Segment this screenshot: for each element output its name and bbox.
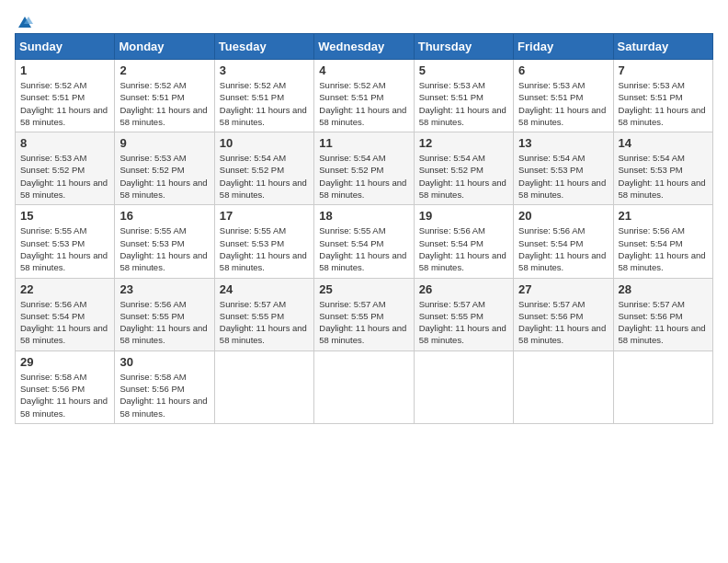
calendar-cell: 30 Sunrise: 5:58 AMSunset: 5:56 PMDaylig…: [115, 350, 214, 423]
day-info: Sunrise: 5:52 AMSunset: 5:51 PMDaylight:…: [220, 80, 307, 127]
day-info: Sunrise: 5:53 AMSunset: 5:51 PMDaylight:…: [419, 80, 506, 127]
day-number: 29: [20, 355, 109, 369]
calendar-cell: 25 Sunrise: 5:57 AMSunset: 5:55 PMDaylig…: [314, 278, 414, 350]
day-number: 5: [419, 63, 508, 77]
day-number: 21: [619, 209, 708, 223]
day-number: 22: [20, 282, 109, 296]
day-info: Sunrise: 5:56 AMSunset: 5:54 PMDaylight:…: [20, 299, 108, 346]
day-info: Sunrise: 5:56 AMSunset: 5:54 PMDaylight:…: [619, 225, 706, 272]
day-number: 27: [518, 282, 608, 296]
calendar: SundayMondayTuesdayWednesdayThursdayFrid…: [15, 33, 713, 424]
day-number: 16: [119, 209, 209, 223]
day-number: 9: [119, 136, 209, 150]
day-info: Sunrise: 5:55 AMSunset: 5:53 PMDaylight:…: [220, 225, 307, 272]
day-number: 4: [319, 63, 408, 77]
weekday-header: Wednesday: [314, 34, 414, 60]
day-info: Sunrise: 5:52 AMSunset: 5:51 PMDaylight:…: [20, 80, 108, 127]
weekday-header-row: SundayMondayTuesdayWednesdayThursdayFrid…: [16, 34, 713, 60]
calendar-week-row: 1 Sunrise: 5:52 AMSunset: 5:51 PMDayligh…: [16, 60, 713, 132]
day-number: 13: [518, 136, 608, 150]
weekday-header: Saturday: [613, 34, 712, 60]
calendar-cell: 26 Sunrise: 5:57 AMSunset: 5:55 PMDaylig…: [414, 278, 513, 350]
calendar-cell: 18 Sunrise: 5:55 AMSunset: 5:54 PMDaylig…: [314, 205, 414, 278]
day-info: Sunrise: 5:52 AMSunset: 5:51 PMDaylight:…: [119, 80, 207, 127]
day-number: 12: [419, 136, 508, 150]
calendar-cell: [314, 350, 414, 423]
calendar-cell: 9 Sunrise: 5:53 AMSunset: 5:52 PMDayligh…: [115, 132, 214, 205]
calendar-cell: 11 Sunrise: 5:54 AMSunset: 5:52 PMDaylig…: [314, 132, 414, 205]
day-number: 10: [220, 136, 309, 150]
day-info: Sunrise: 5:54 AMSunset: 5:53 PMDaylight:…: [518, 153, 606, 200]
day-number: 17: [220, 209, 309, 223]
calendar-cell: 27 Sunrise: 5:57 AMSunset: 5:56 PMDaylig…: [514, 278, 613, 350]
day-info: Sunrise: 5:57 AMSunset: 5:56 PMDaylight:…: [518, 299, 606, 346]
calendar-cell: 28 Sunrise: 5:57 AMSunset: 5:56 PMDaylig…: [613, 278, 712, 350]
calendar-cell: 23 Sunrise: 5:56 AMSunset: 5:55 PMDaylig…: [115, 278, 214, 350]
day-info: Sunrise: 5:54 AMSunset: 5:53 PMDaylight:…: [619, 153, 706, 200]
day-number: 15: [20, 209, 109, 223]
day-info: Sunrise: 5:53 AMSunset: 5:52 PMDaylight:…: [20, 153, 108, 200]
day-info: Sunrise: 5:54 AMSunset: 5:52 PMDaylight:…: [419, 153, 506, 200]
day-info: Sunrise: 5:57 AMSunset: 5:55 PMDaylight:…: [319, 299, 406, 346]
header: [15, 15, 713, 26]
day-number: 26: [419, 282, 508, 296]
day-number: 25: [319, 282, 408, 296]
calendar-cell: 1 Sunrise: 5:52 AMSunset: 5:51 PMDayligh…: [16, 60, 115, 132]
calendar-cell: 14 Sunrise: 5:54 AMSunset: 5:53 PMDaylig…: [613, 132, 712, 205]
calendar-cell: 21 Sunrise: 5:56 AMSunset: 5:54 PMDaylig…: [613, 205, 712, 278]
weekday-header: Tuesday: [214, 34, 313, 60]
calendar-cell: 2 Sunrise: 5:52 AMSunset: 5:51 PMDayligh…: [115, 60, 214, 132]
day-info: Sunrise: 5:54 AMSunset: 5:52 PMDaylight:…: [220, 153, 307, 200]
calendar-cell: [214, 350, 313, 423]
calendar-week-row: 22 Sunrise: 5:56 AMSunset: 5:54 PMDaylig…: [16, 278, 713, 350]
day-number: 30: [119, 355, 209, 369]
calendar-cell: 22 Sunrise: 5:56 AMSunset: 5:54 PMDaylig…: [16, 278, 115, 350]
calendar-cell: 29 Sunrise: 5:58 AMSunset: 5:56 PMDaylig…: [16, 350, 115, 423]
day-info: Sunrise: 5:53 AMSunset: 5:52 PMDaylight:…: [119, 153, 207, 200]
day-number: 18: [319, 209, 408, 223]
calendar-cell: [613, 350, 712, 423]
calendar-cell: 16 Sunrise: 5:55 AMSunset: 5:53 PMDaylig…: [115, 205, 214, 278]
calendar-cell: 6 Sunrise: 5:53 AMSunset: 5:51 PMDayligh…: [514, 60, 613, 132]
day-number: 19: [419, 209, 508, 223]
calendar-cell: 24 Sunrise: 5:57 AMSunset: 5:55 PMDaylig…: [214, 278, 313, 350]
day-number: 23: [119, 282, 209, 296]
day-info: Sunrise: 5:56 AMSunset: 5:54 PMDaylight:…: [419, 225, 506, 272]
calendar-cell: 19 Sunrise: 5:56 AMSunset: 5:54 PMDaylig…: [414, 205, 513, 278]
calendar-week-row: 29 Sunrise: 5:58 AMSunset: 5:56 PMDaylig…: [16, 350, 713, 423]
weekday-header: Sunday: [16, 34, 115, 60]
day-info: Sunrise: 5:53 AMSunset: 5:51 PMDaylight:…: [518, 80, 606, 127]
day-number: 14: [619, 136, 708, 150]
calendar-cell: [514, 350, 613, 423]
weekday-header: Friday: [514, 34, 613, 60]
day-number: 8: [20, 136, 109, 150]
calendar-cell: 5 Sunrise: 5:53 AMSunset: 5:51 PMDayligh…: [414, 60, 513, 132]
day-number: 7: [619, 63, 708, 77]
day-info: Sunrise: 5:58 AMSunset: 5:56 PMDaylight:…: [20, 372, 108, 419]
calendar-cell: 13 Sunrise: 5:54 AMSunset: 5:53 PMDaylig…: [514, 132, 613, 205]
calendar-cell: 8 Sunrise: 5:53 AMSunset: 5:52 PMDayligh…: [16, 132, 115, 205]
day-number: 20: [518, 209, 608, 223]
day-info: Sunrise: 5:57 AMSunset: 5:55 PMDaylight:…: [419, 299, 506, 346]
day-info: Sunrise: 5:57 AMSunset: 5:56 PMDaylight:…: [619, 299, 706, 346]
calendar-cell: [414, 350, 513, 423]
calendar-cell: 10 Sunrise: 5:54 AMSunset: 5:52 PMDaylig…: [214, 132, 313, 205]
day-number: 2: [119, 63, 209, 77]
calendar-cell: 4 Sunrise: 5:52 AMSunset: 5:51 PMDayligh…: [314, 60, 414, 132]
calendar-cell: 17 Sunrise: 5:55 AMSunset: 5:53 PMDaylig…: [214, 205, 313, 278]
day-info: Sunrise: 5:52 AMSunset: 5:51 PMDaylight:…: [319, 80, 406, 127]
day-number: 28: [619, 282, 708, 296]
logo-icon: [17, 15, 33, 31]
calendar-cell: 20 Sunrise: 5:56 AMSunset: 5:54 PMDaylig…: [514, 205, 613, 278]
day-info: Sunrise: 5:56 AMSunset: 5:55 PMDaylight:…: [119, 299, 207, 346]
day-info: Sunrise: 5:55 AMSunset: 5:54 PMDaylight:…: [319, 225, 406, 272]
day-info: Sunrise: 5:57 AMSunset: 5:55 PMDaylight:…: [220, 299, 307, 346]
day-info: Sunrise: 5:56 AMSunset: 5:54 PMDaylight:…: [518, 225, 606, 272]
day-info: Sunrise: 5:58 AMSunset: 5:56 PMDaylight:…: [119, 372, 207, 419]
day-number: 1: [20, 63, 109, 77]
day-number: 11: [319, 136, 408, 150]
calendar-week-row: 15 Sunrise: 5:55 AMSunset: 5:53 PMDaylig…: [16, 205, 713, 278]
day-number: 3: [220, 63, 309, 77]
calendar-cell: 12 Sunrise: 5:54 AMSunset: 5:52 PMDaylig…: [414, 132, 513, 205]
day-info: Sunrise: 5:54 AMSunset: 5:52 PMDaylight:…: [319, 153, 406, 200]
